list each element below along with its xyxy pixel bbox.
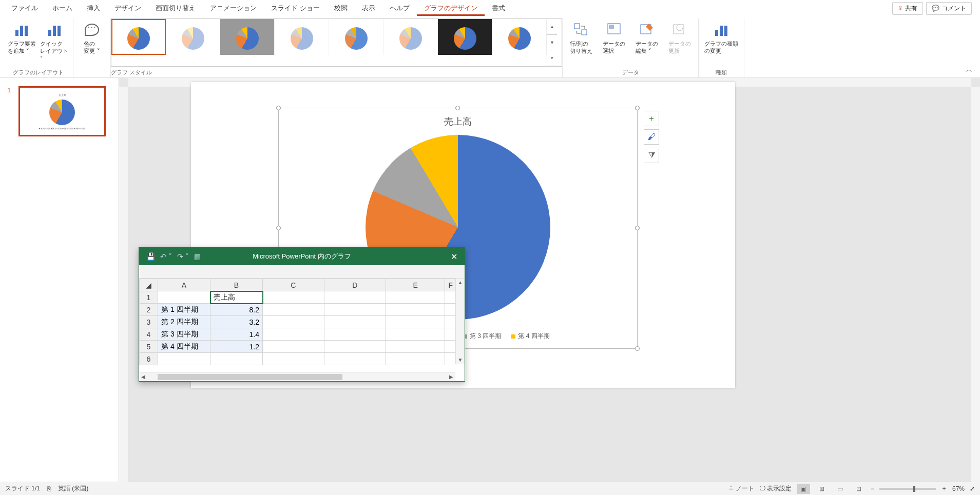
edit-data-button[interactable]: データの 編集 ˅: [631, 21, 662, 56]
cell[interactable]: [386, 341, 445, 353]
ribbon-collapse-button[interactable]: ︿: [962, 18, 977, 77]
zoom-out-button[interactable]: −: [871, 485, 874, 492]
notes-button[interactable]: ≐ ノート: [728, 484, 754, 493]
chart-title[interactable]: 売上高: [279, 108, 637, 130]
cell-a3[interactable]: 第 2 四半期: [158, 316, 210, 328]
cell[interactable]: [386, 291, 445, 304]
menu-chart-design[interactable]: グラフのデザイン: [417, 1, 485, 16]
cell[interactable]: [263, 316, 324, 328]
row-header[interactable]: 6: [140, 353, 158, 365]
scroll-up-icon[interactable]: ▲: [456, 279, 465, 286]
comment-button[interactable]: 💬コメント: [926, 2, 972, 15]
cell-b1[interactable]: 売上高: [210, 291, 263, 304]
quick-layout-button[interactable]: クイック レイアウト ˅: [39, 21, 70, 63]
resize-handle[interactable]: [635, 226, 640, 230]
select-all-cell[interactable]: ◢: [140, 279, 158, 291]
menu-help[interactable]: ヘルプ: [382, 1, 417, 16]
grid-icon[interactable]: ▦: [194, 252, 201, 261]
cell[interactable]: [263, 291, 324, 304]
cell[interactable]: [263, 328, 324, 341]
cell-b2[interactable]: 8.2: [210, 304, 263, 316]
cell[interactable]: [386, 304, 445, 316]
legend-item-3[interactable]: 第 3 四半期: [463, 332, 501, 341]
row-header[interactable]: 5: [140, 341, 158, 353]
cell-a1[interactable]: [158, 291, 210, 304]
chart-styles-button[interactable]: 🖌: [644, 129, 659, 145]
chart-filters-button[interactable]: ⧩: [644, 148, 659, 163]
col-header-d[interactable]: D: [324, 279, 386, 291]
cell-a2[interactable]: 第 1 四半期: [158, 304, 210, 316]
col-header-a[interactable]: A: [158, 279, 210, 291]
chart-style-7[interactable]: [438, 19, 492, 55]
chevron-down-icon[interactable]: ▼: [547, 35, 557, 51]
editor-close-button[interactable]: ✕: [444, 252, 465, 262]
zoom-in-button[interactable]: ＋: [941, 484, 947, 493]
cell[interactable]: [386, 328, 445, 341]
more-icon[interactable]: ▾: [547, 50, 557, 66]
menu-format[interactable]: 書式: [485, 1, 512, 16]
cell[interactable]: [445, 304, 456, 316]
cell-a5[interactable]: 第 4 四半期: [158, 341, 210, 353]
editor-scrollbar-vertical[interactable]: ▲ ▼: [455, 279, 465, 364]
chart-styles-more[interactable]: ▲ ▼ ▾: [547, 19, 557, 66]
select-data-button[interactable]: データの 選択: [599, 21, 629, 56]
cell[interactable]: [445, 291, 456, 304]
cell-b6[interactable]: [210, 353, 263, 365]
cell-b3[interactable]: 3.2: [210, 316, 263, 328]
menu-transitions[interactable]: 画面切り替え: [148, 1, 203, 16]
col-header-b[interactable]: B: [210, 279, 263, 291]
col-header-f-partial[interactable]: F: [445, 279, 456, 291]
row-header[interactable]: 4: [140, 328, 158, 341]
row-header[interactable]: 1: [140, 291, 158, 304]
menu-animations[interactable]: アニメーション: [203, 1, 264, 16]
share-button[interactable]: ⇪共有: [892, 2, 923, 15]
chart-data-editor-window[interactable]: 💾 ↶ ˅ ↷ ˅ ▦ Microsoft PowerPoint 内のグラフ ✕…: [139, 247, 465, 382]
cell[interactable]: [263, 341, 324, 353]
scroll-right-icon[interactable]: ▶: [447, 374, 455, 380]
normal-view-button[interactable]: ▣: [797, 484, 810, 494]
chart-style-1[interactable]: [111, 19, 166, 55]
chevron-up-icon[interactable]: ▲: [547, 19, 557, 35]
reading-view-button[interactable]: ▭: [834, 484, 847, 494]
cell[interactable]: [445, 328, 456, 341]
resize-handle[interactable]: [276, 106, 281, 110]
canvas-scrollbar-vertical[interactable]: [971, 87, 980, 482]
redo-icon[interactable]: ↷ ˅: [177, 252, 189, 261]
menu-review[interactable]: 校閲: [327, 1, 355, 16]
add-chart-element-button[interactable]: グラフ要素 を追加 ˅: [6, 21, 37, 56]
cell-b4[interactable]: 1.4: [210, 328, 263, 341]
cell[interactable]: [324, 341, 386, 353]
menu-slideshow[interactable]: スライド ショー: [264, 1, 327, 16]
resize-handle[interactable]: [635, 346, 640, 351]
slides-panel[interactable]: 1 売上高 ■ 第1四半期 ■ 第2四半期 ■ 第3四半期 ■ 第4四半期: [0, 78, 119, 482]
cell[interactable]: [445, 341, 456, 353]
menu-view[interactable]: 表示: [355, 1, 382, 16]
cell[interactable]: [324, 316, 386, 328]
switch-row-column-button[interactable]: 行/列の 切り替え: [566, 21, 597, 56]
chart-style-2[interactable]: [166, 19, 220, 55]
cell-a4[interactable]: 第 3 四半期: [158, 328, 210, 341]
sorter-view-button[interactable]: ⊞: [815, 484, 829, 494]
change-chart-type-button[interactable]: グラフの種類 の変更: [702, 21, 741, 56]
chart-style-3[interactable]: [220, 19, 275, 55]
scroll-left-icon[interactable]: ◀: [139, 374, 147, 380]
undo-icon[interactable]: ↶ ˅: [160, 252, 172, 261]
editor-scrollbar-horizontal[interactable]: ◀ ▶: [139, 372, 455, 381]
menu-home[interactable]: ホーム: [45, 1, 80, 16]
legend-item-4[interactable]: 第 4 四半期: [511, 332, 549, 341]
col-header-e[interactable]: E: [386, 279, 445, 291]
chart-style-4[interactable]: [275, 19, 329, 55]
cell[interactable]: [386, 353, 445, 365]
cell[interactable]: [324, 304, 386, 316]
slide-thumbnail-1[interactable]: 売上高 ■ 第1四半期 ■ 第2四半期 ■ 第3四半期 ■ 第4四半期: [18, 86, 106, 136]
cell[interactable]: [324, 291, 386, 304]
chart-style-5[interactable]: [329, 19, 383, 55]
editor-titlebar[interactable]: 💾 ↶ ˅ ↷ ˅ ▦ Microsoft PowerPoint 内のグラフ ✕: [139, 248, 465, 265]
resize-handle[interactable]: [276, 226, 281, 230]
menu-file[interactable]: ファイル: [4, 1, 45, 16]
menu-insert[interactable]: 挿入: [80, 1, 107, 16]
display-settings-button[interactable]: 🖵 表示設定: [759, 484, 792, 493]
scroll-down-icon[interactable]: ▼: [456, 356, 465, 364]
chart-style-8[interactable]: [492, 19, 547, 55]
slideshow-view-button[interactable]: ⊡: [852, 484, 866, 494]
